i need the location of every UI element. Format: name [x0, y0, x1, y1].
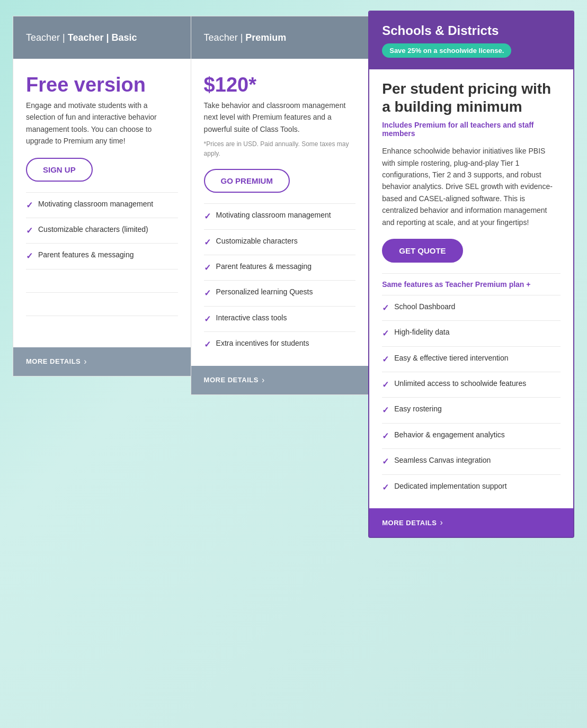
school-body: Per student pricing with a building mini… [369, 69, 573, 500]
list-item: ✓ Customizable characters (limited) [26, 218, 178, 243]
check-icon: ✓ [382, 405, 389, 416]
list-item: ✓ Easy & effective tiered intervention [382, 346, 561, 372]
check-icon: ✓ [382, 302, 389, 314]
list-item: ✓ Seamless Canvas integration [382, 448, 561, 474]
check-icon: ✓ [382, 456, 389, 468]
check-icon: ✓ [204, 287, 211, 299]
list-item: ✓ Parent features & messaging [204, 255, 356, 280]
check-icon: ✓ [382, 328, 389, 339]
list-item: ✓ School Dashboard [382, 295, 561, 320]
chevron-right-icon: › [84, 357, 86, 366]
basic-features-list: ✓ Motivating classroom management ✓ Cust… [26, 192, 178, 339]
basic-header: Teacher | Teacher | Basic [13, 16, 191, 59]
premium-header: Teacher | Premium [191, 16, 369, 59]
save-badge: Save 25% on a schoolwide license. [382, 38, 561, 58]
more-details-label: MORE DETAILS [26, 357, 81, 365]
check-icon: ✓ [204, 339, 211, 350]
check-icon: ✓ [204, 237, 211, 248]
list-item: ✓ Customizable characters [204, 229, 356, 255]
check-icon: ✓ [204, 313, 211, 325]
list-item: ✓ Parent features & messaging [26, 243, 178, 268]
same-features-label: Same features as Teacher Premium plan + [382, 273, 561, 295]
premium-price: $120* [204, 74, 356, 96]
go-premium-button[interactable]: GO PREMIUM [204, 169, 290, 193]
list-item: ✓ High-fidelity data [382, 320, 561, 346]
col-basic: Teacher | Teacher | Basic Free version E… [13, 16, 191, 376]
list-item: ✓ Extra incentives for students [204, 331, 356, 357]
empty-feature [26, 292, 178, 316]
includes-premium: Includes Premium for all teachers and st… [382, 121, 561, 138]
list-item: ✓ Easy rostering [382, 397, 561, 423]
get-quote-button[interactable]: GET QUOTE [382, 239, 463, 263]
school-title: Schools & Districts [382, 23, 561, 38]
check-icon: ✓ [382, 379, 389, 391]
school-features-list: ✓ School Dashboard ✓ High-fidelity data … [382, 295, 561, 500]
premium-body: $120* Take behavior and classroom manage… [191, 59, 369, 366]
save-badge-text: Save 25% on a schoolwide license. [382, 43, 511, 58]
more-details-label: MORE DETAILS [204, 376, 259, 384]
school-header: Schools & Districts Save 25% on a school… [369, 12, 573, 69]
price-note: *Prices are in USD. Paid annually. Some … [204, 139, 356, 158]
col-school: Schools & Districts Save 25% on a school… [368, 11, 574, 538]
more-details-label: MORE DETAILS [382, 519, 437, 527]
chevron-right-icon: › [440, 518, 442, 527]
list-item: ✓ Motivating classroom management [204, 203, 356, 229]
empty-feature [26, 269, 178, 292]
list-item: ✓ Behavior & engagement analytics [382, 423, 561, 448]
list-item: ✓ Dedicated implementation support [382, 474, 561, 500]
check-icon: ✓ [204, 211, 211, 222]
check-icon: ✓ [382, 354, 389, 365]
list-item: ✓ Unlimited access to schoolwide feature… [382, 372, 561, 397]
check-icon: ✓ [382, 430, 389, 442]
premium-description: Take behavior and classroom management n… [204, 100, 356, 158]
premium-features-list: ✓ Motivating classroom management ✓ Cust… [204, 203, 356, 357]
school-more-details[interactable]: MORE DETAILS › [369, 508, 573, 537]
list-item: ✓ Motivating classroom management [26, 192, 178, 218]
check-icon: ✓ [26, 250, 33, 262]
chevron-right-icon: › [262, 375, 264, 385]
per-student-pricing: Per student pricing with a building mini… [382, 80, 561, 115]
list-item: ✓ Personalized learning Quests [204, 280, 356, 305]
basic-more-details[interactable]: MORE DETAILS › [13, 347, 191, 376]
check-icon: ✓ [26, 200, 33, 211]
basic-description: Engage and motivate students with a sele… [26, 100, 178, 147]
basic-price: Free version [26, 74, 178, 96]
check-icon: ✓ [382, 482, 389, 493]
empty-feature [26, 316, 178, 339]
list-item: ✓ Interactive class tools [204, 306, 356, 331]
pricing-container: Teacher | Teacher | Basic Free version E… [13, 16, 574, 538]
signup-button[interactable]: SIGN UP [26, 158, 93, 182]
col-premium: Teacher | Premium $120* Take behavior an… [191, 16, 369, 395]
school-description: Enhance schoolwide behavior initiatives … [382, 145, 561, 228]
premium-more-details[interactable]: MORE DETAILS › [191, 366, 369, 394]
check-icon: ✓ [204, 262, 211, 274]
check-icon: ✓ [26, 225, 33, 237]
basic-body: Free version Engage and motivate student… [13, 59, 191, 347]
